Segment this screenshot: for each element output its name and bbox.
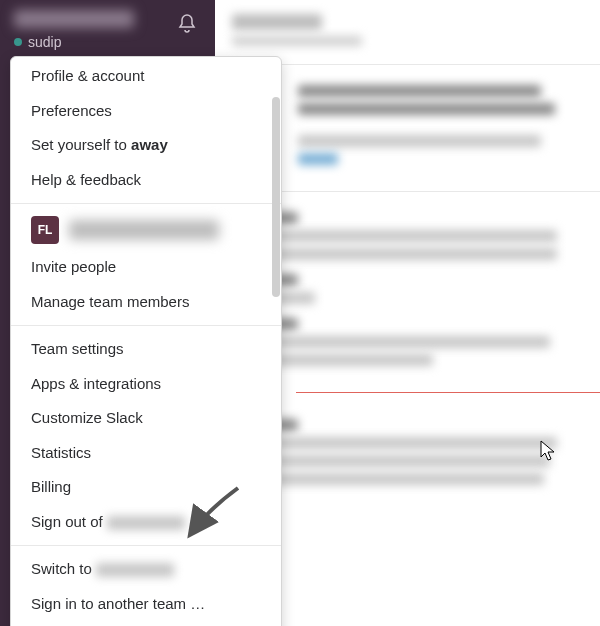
menu-statistics-label: Statistics [31, 444, 91, 461]
current-user: sudip [14, 34, 203, 50]
menu-customize[interactable]: Customize Slack [11, 401, 281, 436]
menu-billing[interactable]: Billing [11, 470, 281, 505]
menu-invite[interactable]: Invite people [11, 250, 281, 285]
username: sudip [28, 34, 61, 50]
menu-manage-members-label: Manage team members [31, 293, 189, 310]
team-menu: Profile & account Preferences Set yourse… [10, 56, 282, 626]
menu-set-away[interactable]: Set yourself to away [11, 128, 281, 163]
menu-sign-out-prefix: Sign out of [31, 513, 107, 530]
presence-dot-icon [14, 38, 22, 46]
message-block [232, 192, 584, 386]
menu-preferences-label: Preferences [31, 102, 112, 119]
menu-divider [11, 545, 281, 546]
menu-billing-label: Billing [31, 478, 71, 495]
sidebar-header[interactable]: sudip [0, 0, 215, 55]
channel-header[interactable] [232, 10, 584, 58]
menu-sign-out[interactable]: Sign out of [11, 505, 281, 540]
menu-scrollbar[interactable] [272, 97, 280, 297]
menu-help[interactable]: Help & feedback [11, 163, 281, 198]
menu-profile-label: Profile & account [31, 67, 144, 84]
menu-profile[interactable]: Profile & account [11, 57, 281, 94]
mouse-cursor-icon [540, 440, 558, 462]
menu-team-row[interactable]: FL [11, 210, 281, 250]
menu-apps-label: Apps & integrations [31, 375, 161, 392]
team-avatar-initials: FL [38, 223, 53, 237]
team-avatar: FL [31, 216, 59, 244]
menu-manage-members[interactable]: Manage team members [11, 285, 281, 320]
channel-subtitle [232, 36, 362, 46]
team-name [69, 220, 219, 240]
workspace-name [14, 10, 134, 28]
new-messages-divider [296, 392, 600, 393]
menu-set-away-prefix: Set yourself to [31, 136, 131, 153]
menu-customize-label: Customize Slack [31, 409, 143, 426]
menu-statistics[interactable]: Statistics [11, 436, 281, 471]
menu-sign-in-another-label: Sign in to another team … [31, 595, 205, 612]
menu-sign-in-another[interactable]: Sign in to another team … [11, 587, 281, 622]
bell-icon[interactable] [175, 12, 199, 36]
message-block [232, 399, 584, 505]
menu-switch-to-prefix: Switch to [31, 560, 96, 577]
menu-sign-out-team [107, 516, 185, 530]
menu-set-away-bold: away [131, 136, 168, 153]
menu-switch-to-team [96, 563, 174, 577]
menu-apps[interactable]: Apps & integrations [11, 367, 281, 402]
menu-divider [11, 325, 281, 326]
menu-team-settings[interactable]: Team settings [11, 332, 281, 367]
menu-invite-label: Invite people [31, 258, 116, 275]
menu-team-settings-label: Team settings [31, 340, 124, 357]
menu-divider [11, 203, 281, 204]
menu-switch-to[interactable]: Switch to [11, 552, 281, 587]
menu-preferences[interactable]: Preferences [11, 94, 281, 129]
channel-title [232, 14, 322, 30]
message-block [232, 65, 584, 185]
menu-help-label: Help & feedback [31, 171, 141, 188]
